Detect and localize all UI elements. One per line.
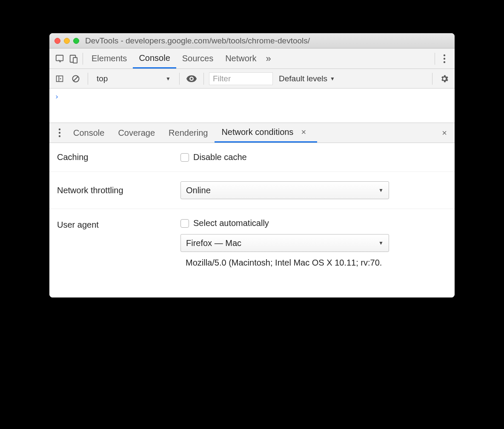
close-window-button[interactable] (54, 38, 60, 44)
chevron-down-icon: ▼ (330, 76, 335, 82)
throttling-select[interactable]: Online ▼ (180, 181, 389, 199)
device-toggle-icon[interactable] (66, 52, 80, 66)
svg-point-4 (444, 57, 445, 59)
traffic-lights (54, 38, 79, 44)
network-conditions-panel: Caching Disable cache Network throttling… (49, 143, 455, 297)
separator (432, 73, 432, 85)
svg-point-3 (444, 54, 445, 56)
chevron-down-icon: ▼ (166, 76, 171, 82)
tab-label: Network (225, 54, 256, 63)
tab-label: Network conditions (221, 127, 293, 137)
context-value: top (97, 74, 108, 83)
svg-point-5 (444, 61, 445, 63)
clear-console-icon[interactable] (69, 72, 83, 86)
console-filter-input[interactable] (209, 72, 273, 85)
svg-line-9 (74, 77, 78, 81)
separator (83, 53, 83, 65)
user-agent-select[interactable]: Firefox — Mac ▼ (180, 234, 389, 252)
drawer-more-icon[interactable] (53, 126, 66, 140)
tab-elements[interactable]: Elements (86, 49, 133, 69)
separator (435, 53, 435, 65)
drawer-tab-console[interactable]: Console (66, 123, 111, 143)
inspect-element-icon[interactable] (53, 52, 66, 66)
close-tab-icon[interactable]: × (297, 127, 310, 137)
svg-point-10 (191, 77, 193, 80)
close-drawer-icon[interactable]: × (438, 128, 451, 138)
console-sidebar-toggle-icon[interactable] (53, 72, 66, 86)
caching-label: Caching (57, 152, 180, 162)
user-agent-label: User agent (57, 218, 180, 230)
svg-point-12 (59, 132, 60, 134)
tab-sources[interactable]: Sources (176, 49, 219, 69)
tab-label: Coverage (118, 128, 155, 138)
svg-rect-2 (73, 57, 77, 63)
svg-point-11 (59, 129, 60, 130)
separator (179, 73, 180, 85)
console-toolbar: top ▼ Default levels ▼ (49, 69, 455, 89)
user-agent-row: User agent Select automatically Firefox … (49, 209, 455, 297)
tab-label: Console (139, 53, 170, 63)
separator (88, 73, 88, 85)
select-automatically-label: Select automatically (193, 218, 269, 228)
console-settings-icon[interactable] (438, 72, 451, 86)
caching-row: Caching Disable cache (49, 143, 455, 172)
tab-label: Sources (182, 54, 213, 63)
chevron-down-icon: ▼ (378, 187, 384, 193)
select-automatically-checkbox[interactable] (180, 219, 189, 228)
throttling-label: Network throttling (57, 186, 180, 195)
drawer-tab-network-conditions[interactable]: Network conditions × (215, 123, 317, 143)
disable-cache-checkbox[interactable] (180, 153, 189, 162)
throttling-row: Network throttling Online ▼ (49, 172, 455, 209)
tab-label: Elements (92, 54, 127, 63)
window-title: DevTools - developers.google.com/web/too… (79, 36, 450, 46)
main-tabbar: Elements Console Sources Network » (49, 49, 455, 69)
levels-value: Default levels (279, 74, 327, 83)
maximize-window-button[interactable] (73, 38, 79, 44)
console-input-area[interactable]: › (49, 89, 455, 123)
live-expression-icon[interactable] (185, 72, 198, 86)
svg-rect-6 (57, 76, 63, 81)
drawer-tab-rendering[interactable]: Rendering (162, 123, 215, 143)
disable-cache-label: Disable cache (193, 152, 247, 162)
console-prompt-icon: › (54, 92, 59, 101)
drawer-tabbar: Console Coverage Rendering Network condi… (49, 123, 455, 143)
titlebar: DevTools - developers.google.com/web/too… (49, 33, 455, 49)
throttling-value: Online (186, 186, 211, 195)
tab-network[interactable]: Network (219, 49, 262, 69)
more-tabs-icon[interactable]: » (263, 53, 275, 64)
user-agent-string: Mozilla/5.0 (Macintosh; Intel Mac OS X 1… (180, 258, 447, 268)
chevron-down-icon: ▼ (378, 240, 384, 246)
settings-menu-icon[interactable] (438, 52, 451, 66)
svg-point-13 (59, 135, 60, 137)
drawer-tab-coverage[interactable]: Coverage (111, 123, 162, 143)
execution-context-select[interactable]: top ▼ (93, 72, 174, 85)
svg-rect-0 (56, 55, 63, 60)
devtools-window: DevTools - developers.google.com/web/too… (49, 33, 455, 297)
tab-console[interactable]: Console (133, 49, 176, 69)
tab-label: Rendering (169, 128, 208, 138)
separator (203, 73, 204, 85)
minimize-window-button[interactable] (64, 38, 70, 44)
tab-label: Console (73, 128, 104, 138)
user-agent-value: Firefox — Mac (186, 238, 241, 248)
log-levels-select[interactable]: Default levels ▼ (275, 74, 338, 83)
